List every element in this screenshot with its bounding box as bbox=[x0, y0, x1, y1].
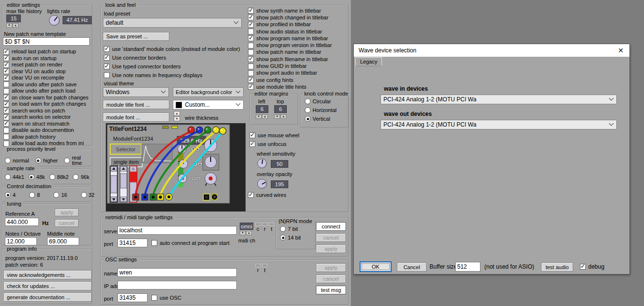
midi-apply-button[interactable]: apply bbox=[316, 244, 346, 253]
radio-option[interactable]: 96k bbox=[73, 174, 89, 180]
checkbox-item[interactable]: show patch changed in titlebar bbox=[248, 14, 347, 21]
checkbox-item[interactable]: show program version in titlebar bbox=[248, 42, 347, 48]
checkbox-item[interactable]: disable auto documenttion bbox=[3, 127, 92, 134]
spinner-down-icon[interactable]: ▼ bbox=[256, 114, 262, 119]
lights-rate-knob[interactable] bbox=[49, 15, 60, 26]
reference-a-input[interactable] bbox=[5, 218, 39, 226]
checkbox-item[interactable]: show audio status in titlebar bbox=[248, 28, 347, 35]
radio-option[interactable]: 14 bit bbox=[280, 235, 301, 241]
checkbox-item[interactable]: clear VU on audio stop bbox=[3, 68, 92, 75]
curved-wires-checkbox[interactable]: curved wires bbox=[248, 192, 286, 198]
osc-ip-input[interactable] bbox=[117, 281, 237, 290]
checkbox-item[interactable]: clear VU on recompile bbox=[3, 75, 92, 81]
wave-in-dropdown[interactable]: PCI-424 Analog 1-2 (MOTU PCI Wa bbox=[380, 95, 617, 104]
radio-option[interactable]: higher bbox=[35, 158, 58, 163]
module-title-font-button[interactable]: module title font ... bbox=[103, 100, 169, 109]
checkbox-item[interactable]: on load warn for patch changes bbox=[3, 101, 92, 108]
connect-button[interactable]: connect bbox=[316, 222, 346, 231]
checkbox-item[interactable]: show program name in titlebar bbox=[248, 35, 347, 42]
close-icon[interactable]: ✕ bbox=[616, 46, 625, 55]
test-audio-button[interactable]: test audio bbox=[541, 262, 573, 272]
radio-option[interactable]: 16 bbox=[53, 192, 67, 198]
checkbox-item[interactable]: show profiled in titlebar bbox=[248, 21, 347, 28]
radio-option[interactable]: Vertical bbox=[305, 116, 337, 122]
wheel-sensitivity-knob[interactable] bbox=[257, 159, 267, 168]
program-info-button[interactable]: generate documentation ... bbox=[3, 292, 92, 302]
checkbox-item[interactable]: search works on selector bbox=[3, 114, 92, 121]
checkbox-item[interactable]: use config hints bbox=[248, 77, 347, 83]
editor-background-color-dropdown[interactable]: Editor background color bbox=[173, 87, 244, 97]
save-as-preset-button[interactable]: Save as preset ... bbox=[103, 32, 169, 41]
midi-port-input[interactable] bbox=[117, 239, 148, 247]
spinner-up-icon[interactable]: ▲ bbox=[174, 111, 180, 116]
radio-option[interactable]: 44k1 bbox=[5, 174, 24, 180]
spinner-up-icon[interactable]: ▲ bbox=[13, 23, 18, 28]
spinner-down-icon[interactable]: ▼ bbox=[6, 23, 12, 28]
auto-connect-checkbox[interactable]: auto connect at program start bbox=[151, 240, 230, 246]
use-unfocus-checkbox[interactable]: use unfocus bbox=[249, 141, 286, 147]
checkbox-item[interactable]: show synth name in titlebar bbox=[248, 7, 347, 14]
spinner-down-icon[interactable]: ▼ bbox=[174, 116, 180, 121]
debug-checkbox[interactable]: debug bbox=[580, 264, 604, 270]
checkbox-item[interactable]: use 'standard' module colors (instead of… bbox=[104, 45, 249, 53]
checkbox-item[interactable]: show patch name in titlebar bbox=[248, 49, 347, 56]
radio-option[interactable]: 4 bbox=[5, 192, 16, 198]
checkbox-item[interactable]: Use typed connector borders bbox=[104, 62, 249, 71]
radio-option[interactable]: 8 bbox=[29, 192, 40, 198]
checkbox-item[interactable]: on close warn for patch changes bbox=[3, 95, 92, 101]
program-info-button[interactable]: check for updates ... bbox=[3, 281, 92, 290]
checkbox-item[interactable]: auto run on startup bbox=[3, 55, 92, 62]
visual-theme-dropdown[interactable]: Windows bbox=[103, 87, 169, 97]
osc-cancel-button[interactable]: cancel bbox=[316, 274, 346, 283]
radio-option[interactable]: Circular bbox=[305, 98, 337, 104]
checkbox-item[interactable]: reset patch on render bbox=[3, 62, 92, 68]
tuning-cancel-button[interactable]: cancel bbox=[55, 219, 79, 227]
load-preset-dropdown[interactable]: default bbox=[103, 18, 242, 28]
checkbox-item[interactable]: allow undo after patch save bbox=[3, 81, 92, 88]
spinner-down-icon[interactable]: ▼ bbox=[274, 114, 280, 119]
checkbox-item[interactable]: show patch filename in titlebar bbox=[248, 56, 347, 63]
osc-port-input[interactable] bbox=[117, 293, 148, 302]
radio-option[interactable]: 88k2 bbox=[50, 174, 69, 180]
osc-apply-button[interactable]: apply bbox=[316, 263, 346, 272]
radio-option[interactable]: Horizontal bbox=[305, 107, 337, 113]
radio-option[interactable]: 7 bit bbox=[280, 226, 301, 232]
checkbox-item[interactable]: Use connector borders bbox=[104, 53, 249, 62]
midi-cancel-button[interactable]: cancel bbox=[316, 233, 346, 242]
checkbox-item[interactable]: allow undo after patch load bbox=[3, 88, 92, 95]
wave-out-dropdown[interactable]: PCI-424 Analog 1-2 (MOTU PCI Wa bbox=[380, 120, 617, 129]
spinner-down-icon[interactable]: ▼ bbox=[240, 231, 246, 235]
notes-octave-input[interactable] bbox=[5, 237, 37, 245]
osc-name-input[interactable] bbox=[117, 268, 237, 277]
checkbox-item[interactable]: allow patch history bbox=[3, 134, 92, 141]
module-font-button[interactable]: module font ... bbox=[103, 113, 169, 122]
checkbox-item[interactable]: show GUID in titlebar bbox=[248, 63, 347, 69]
tab-legacy[interactable]: Legacy bbox=[355, 57, 382, 66]
radio-option[interactable]: 32 bbox=[81, 192, 95, 198]
ok-button[interactable]: OK bbox=[360, 261, 392, 272]
tuning-apply-button[interactable]: apply bbox=[55, 209, 79, 216]
overlay-opacity-knob[interactable] bbox=[257, 179, 267, 189]
checkbox-item[interactable]: use module title hints bbox=[248, 83, 347, 90]
server-input[interactable] bbox=[117, 226, 237, 235]
checkbox-item[interactable]: search works on patch bbox=[3, 108, 92, 114]
test-msg-button[interactable]: test msg bbox=[316, 286, 346, 294]
middle-note-input[interactable] bbox=[47, 237, 79, 245]
patch-template-input[interactable] bbox=[3, 37, 90, 46]
checkbox-item[interactable]: Use note names in frequency displays bbox=[104, 71, 249, 80]
spinner-up-icon[interactable]: ▲ bbox=[262, 114, 268, 119]
spinner-up-icon[interactable]: ▲ bbox=[281, 114, 286, 119]
program-info-button[interactable]: view acknowledgements ... bbox=[3, 270, 92, 279]
checkbox-item[interactable]: reload last patch on startup bbox=[3, 48, 92, 55]
radio-option[interactable]: normal bbox=[5, 158, 29, 163]
buffer-size-input[interactable] bbox=[455, 262, 480, 272]
spinner-up-icon[interactable]: ▲ bbox=[246, 231, 252, 235]
dialog-cancel-button[interactable]: Cancel bbox=[397, 262, 427, 272]
use-osc-checkbox[interactable]: use OSC bbox=[151, 295, 182, 301]
checkbox-item[interactable]: warn on struct mismatch bbox=[3, 121, 92, 128]
radio-option[interactable]: real time bbox=[64, 155, 92, 166]
radio-option[interactable]: 48k bbox=[29, 174, 45, 180]
checkbox-item[interactable]: show port audio in titlebar bbox=[248, 70, 347, 77]
custom-color-dropdown[interactable]: Custom... bbox=[173, 100, 244, 110]
use-mouse-wheel-checkbox[interactable]: use mouse wheel bbox=[249, 132, 299, 138]
